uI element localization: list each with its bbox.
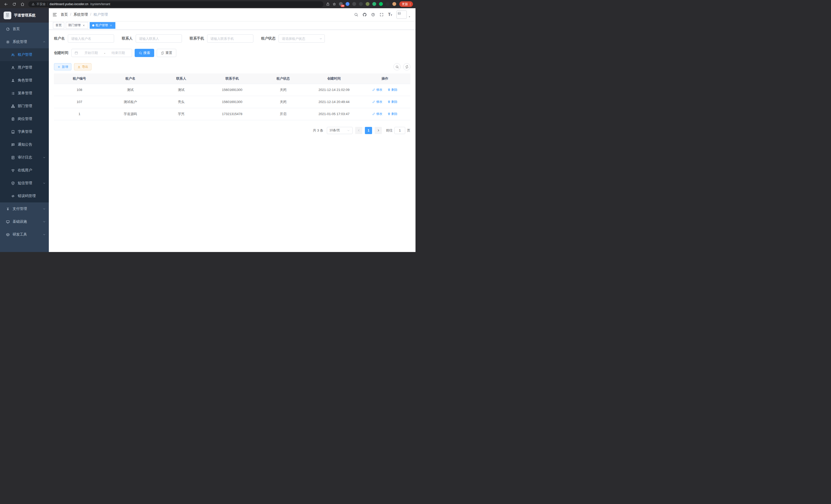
sidebar-item-dept-management[interactable]: 部门管理 <box>0 100 49 113</box>
sidebar-item-error-code-management[interactable]: 错误码管理 <box>0 189 49 202</box>
tenant-status-select[interactable] <box>279 34 325 42</box>
refresh-icon <box>405 65 408 68</box>
tags-view: 首页 部门管理 租户管理 <box>49 21 416 30</box>
browser-reload-button[interactable] <box>11 1 18 7</box>
edit-link[interactable]: 修改 <box>372 88 382 92</box>
breadcrumb: 首页 系统管理 租户管理 <box>61 12 108 17</box>
address-bar[interactable]: 不安全 dashboard.yudao.iocoder.cn/system/te… <box>28 1 323 7</box>
tenant-icon <box>11 53 15 57</box>
sidebar-item-system-management[interactable]: 系统管理 <box>0 35 49 48</box>
cell-status: 关闭 <box>258 96 309 108</box>
breadcrumb-tenant-management[interactable]: 租户管理 <box>93 12 108 17</box>
plus-icon <box>57 65 61 68</box>
github-icon[interactable] <box>363 12 367 17</box>
table-row: 107 测试租户 秃头 15601691300 关闭 2021-12-14 20… <box>54 96 410 108</box>
refresh-table-button[interactable] <box>403 63 410 70</box>
cell-contact: 芋艿 <box>156 108 207 120</box>
tenant-name-input[interactable] <box>68 34 114 42</box>
contact-phone-input[interactable] <box>207 34 253 42</box>
edit-link[interactable]: 修改 <box>372 112 382 116</box>
sms-icon <box>11 181 15 185</box>
column-header: 租户状态 <box>258 73 309 84</box>
extension-icon[interactable] <box>386 2 390 6</box>
sidebar-item-menu-management[interactable]: 菜单管理 <box>0 87 49 100</box>
extension-icon[interactable] <box>366 2 370 6</box>
browser-update-button[interactable]: 更新 <box>399 1 413 7</box>
font-size-icon[interactable]: TT <box>388 12 392 17</box>
tab-tenant-management[interactable]: 租户管理 <box>90 22 115 29</box>
delete-link[interactable]: 删除 <box>388 88 398 92</box>
total-count: 共 3 条 <box>313 128 323 133</box>
next-page-button[interactable] <box>375 127 382 134</box>
sidebar-item-home[interactable]: 首页 <box>0 23 49 35</box>
sidebar-item-tenant-management[interactable]: 租户管理 <box>0 48 49 61</box>
search-button[interactable]: 搜索 <box>135 49 154 57</box>
search-icon[interactable] <box>354 12 358 17</box>
tab-home[interactable]: 首页 <box>53 22 64 29</box>
error-code-icon <box>11 194 15 198</box>
extension-icon[interactable] <box>352 2 356 6</box>
sidebar-item-role-management[interactable]: 角色管理 <box>0 74 49 87</box>
browser-home-button[interactable] <box>19 1 26 7</box>
page-number-button[interactable]: 1 <box>365 127 372 134</box>
payment-icon <box>6 207 10 211</box>
jump-page-input[interactable] <box>395 127 405 134</box>
tab-dept-management[interactable]: 部门管理 <box>66 22 88 29</box>
sidebar-item-payment-management[interactable]: 支付管理 <box>0 202 49 215</box>
fullscreen-icon[interactable] <box>379 12 384 17</box>
sidebar-item-post-management[interactable]: 岗位管理 <box>0 113 49 125</box>
share-icon[interactable] <box>326 2 330 6</box>
browser-back-button[interactable] <box>3 1 9 7</box>
app-logo[interactable]: 芋道管理系统 <box>0 8 49 23</box>
query-field: 联系手机 <box>190 34 253 42</box>
breadcrumb-home[interactable]: 首页 <box>61 12 74 17</box>
extension-icon[interactable] <box>346 2 350 6</box>
sidebar-item-dict-management[interactable]: 字典管理 <box>0 125 49 138</box>
query-field: 联系人 <box>122 34 182 42</box>
create-time-field: 创建时间 开始日期 - 结束日期 <box>54 49 132 57</box>
prev-page-button[interactable] <box>355 127 362 134</box>
cell-tenant-name: 测试租户 <box>105 96 156 108</box>
extension-icon[interactable] <box>379 2 383 6</box>
post-badge-icon <box>11 117 15 121</box>
page-content: 租户名 联系人 <box>49 30 416 252</box>
sidebar-item-sms-management[interactable]: 短信管理 <box>0 177 49 189</box>
field-label: 联系人 <box>122 36 133 41</box>
extension-icon[interactable] <box>392 2 397 6</box>
delete-link[interactable]: 删除 <box>388 100 398 104</box>
sidebar-item-dev-tools[interactable]: 研发工具 <box>0 228 49 241</box>
close-tab-icon[interactable] <box>82 24 86 27</box>
refresh-icon <box>161 51 164 55</box>
date-range-picker[interactable]: 开始日期 - 结束日期 <box>71 49 132 57</box>
sidebar-item-audit-log[interactable]: 审计日志 <box>0 151 49 164</box>
sidebar-item-online-users[interactable]: 在线用户 <box>0 164 49 177</box>
bookmark-star-icon[interactable] <box>333 2 336 6</box>
contact-person-input[interactable] <box>136 34 182 42</box>
extension-icon[interactable] <box>372 2 376 6</box>
page-size-select[interactable]: 10条/页 <box>327 127 352 134</box>
add-button[interactable]: 新增 <box>54 63 71 70</box>
omnibox-separator <box>48 3 48 6</box>
extension-icon[interactable]: 10 <box>339 2 343 6</box>
column-header: 联系手机 <box>207 73 257 84</box>
toggle-search-button[interactable] <box>393 63 401 70</box>
field-label: 联系手机 <box>190 36 204 41</box>
question-icon[interactable] <box>371 12 375 17</box>
cell-phone: 15601691300 <box>207 96 257 108</box>
caret-down-icon <box>347 129 350 132</box>
sidebar-item-user-management[interactable]: 用户管理 <box>0 61 49 74</box>
arrow-left-icon <box>357 129 361 132</box>
hamburger-icon[interactable] <box>52 12 57 17</box>
reset-button[interactable]: 重置 <box>157 49 176 57</box>
breadcrumb-system-management[interactable]: 系统管理 <box>74 12 93 17</box>
user-avatar-menu[interactable] <box>397 10 411 19</box>
close-tab-icon[interactable] <box>109 24 113 27</box>
cell-status: 关闭 <box>258 84 309 96</box>
export-button[interactable]: 导出 <box>74 63 91 70</box>
delete-link[interactable]: 删除 <box>388 112 398 116</box>
sidebar-item-notice[interactable]: 通知公告 <box>0 138 49 151</box>
edit-link[interactable]: 修改 <box>372 100 382 104</box>
extension-icon[interactable] <box>359 2 363 6</box>
sidebar-item-infrastructure[interactable]: 基础设施 <box>0 215 49 228</box>
cell-operations: 修改 删除 <box>360 96 410 108</box>
